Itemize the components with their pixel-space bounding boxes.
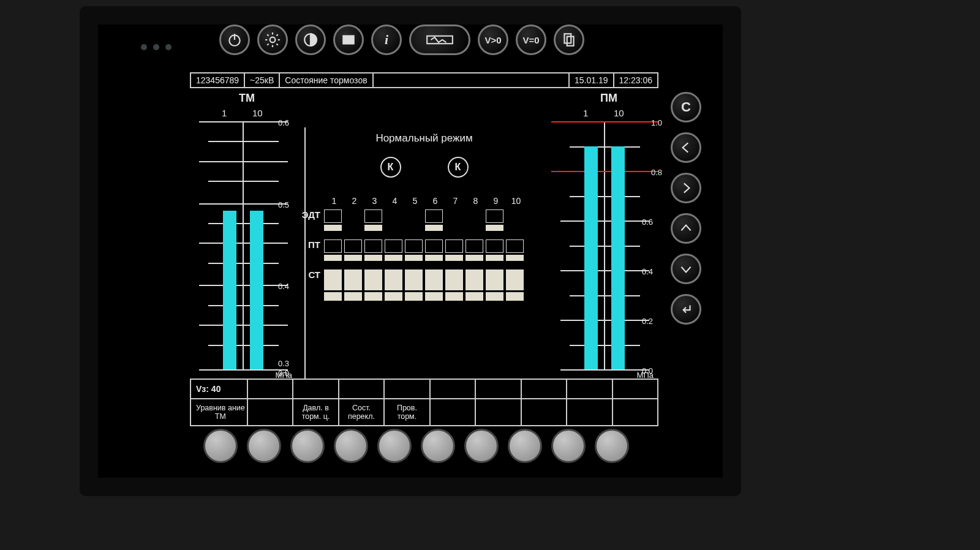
vz-readout: Vз: 40 <box>191 380 248 398</box>
mode-label: Нормальный режим <box>300 132 549 145</box>
gauge-tm-col10: 10 <box>252 108 263 118</box>
bar-tm-1 <box>223 211 236 369</box>
softkey-label-8 <box>522 399 567 425</box>
header-spacer <box>374 73 570 87</box>
tick-label: 0.2 <box>642 317 653 326</box>
soft-button-5[interactable] <box>377 429 412 463</box>
row-st: СТ <box>300 269 549 301</box>
soft-button-2[interactable] <box>247 429 281 463</box>
gauge-tm-unit: МПа <box>276 371 292 380</box>
softkey-label-3: Давл. в торм. ц. <box>293 399 339 425</box>
svg-point-2 <box>270 37 276 43</box>
gauge-pm: ПМ 1 10 1.0 0.8 0.6 0.4 0.2 0.0 МПа <box>551 91 658 379</box>
date: 15.01.19 <box>570 73 614 87</box>
tick-label: 1.0 <box>651 118 662 127</box>
softkey-label-9 <box>567 399 612 425</box>
gauge-tm-title: ТМ <box>239 92 255 105</box>
soft-button-7[interactable] <box>464 429 499 463</box>
k-indicator-2: К <box>448 157 469 178</box>
gauge-pm-col1: 1 <box>583 108 588 118</box>
copy-icon[interactable] <box>554 24 584 55</box>
tick-label: 0.8 <box>651 168 662 177</box>
enter-icon[interactable] <box>671 294 701 325</box>
gauge-tm-col1: 1 <box>222 108 227 118</box>
svg-rect-15 <box>567 37 574 46</box>
power-icon[interactable] <box>219 24 250 55</box>
soft-button-6[interactable] <box>421 429 455 463</box>
bar-tm-10 <box>250 211 263 369</box>
train-id: 123456789 <box>191 73 245 87</box>
bar-pm-1 <box>584 146 598 370</box>
up-arrow-icon[interactable] <box>671 213 701 244</box>
softkey-label-6 <box>431 399 476 425</box>
soft-button-8[interactable] <box>508 429 542 463</box>
right-arrow-icon[interactable] <box>671 173 701 203</box>
softkey-label-2 <box>248 399 293 425</box>
soft-button-9[interactable] <box>551 429 586 463</box>
softkey-label-4: Сост. перекл. <box>339 399 385 425</box>
tick-label: 0.3 <box>278 359 289 368</box>
v-eq-zero-icon[interactable]: V=0 <box>516 24 546 55</box>
top-button-bar: i V>0 V=0 <box>219 24 584 55</box>
screen-icon[interactable] <box>333 24 364 55</box>
tick-label: 0.5 <box>278 200 289 209</box>
right-button-bar: C <box>671 92 701 325</box>
line-voltage: ~25кВ <box>245 73 280 87</box>
indicator-dots <box>141 44 172 50</box>
tick-label: 0.6 <box>642 217 653 227</box>
bottom-button-bar <box>203 429 629 463</box>
bar-pm-10 <box>611 146 625 370</box>
row-label-st: СТ <box>300 269 324 280</box>
tick-label: 0.6 <box>278 118 289 127</box>
status-bar: 123456789 ~25кВ Состояние тормозов 15.01… <box>190 72 658 88</box>
svg-line-8 <box>277 44 278 45</box>
left-arrow-icon[interactable] <box>671 132 701 163</box>
car-number-row: 12345678910 <box>324 196 549 206</box>
tick-label: 0.4 <box>642 267 653 276</box>
svg-rect-12 <box>343 36 353 44</box>
softkey-label-7 <box>476 399 521 425</box>
svg-line-10 <box>277 34 278 36</box>
row-label-edt: ЭДТ <box>300 209 324 220</box>
row-label-pt: ПТ <box>300 239 324 250</box>
soft-button-1[interactable] <box>203 429 238 463</box>
gauge-pm-col10: 10 <box>614 108 624 118</box>
svg-line-7 <box>267 34 268 36</box>
tick-label: 0.4 <box>278 282 289 291</box>
k-indicator-1: К <box>380 157 401 178</box>
info-icon[interactable]: i <box>371 24 402 55</box>
softkey-label-5: Пров. торм. <box>385 399 430 425</box>
row-pt: ПТ <box>300 239 549 261</box>
time: 12:23:06 <box>614 73 658 87</box>
soft-button-3[interactable] <box>290 429 325 463</box>
softkey-label-1: Уравнив ание ТМ <box>191 399 248 425</box>
graph-icon[interactable] <box>409 24 470 55</box>
svg-line-9 <box>267 44 268 45</box>
brightness-icon[interactable] <box>257 24 288 55</box>
gauge-tm: ТМ 1 10 0.6 0.5 0.4 0.30.0 М <box>190 91 297 379</box>
softkey-label-area: Vз: 40 Уравнив ание ТМ Давл. в торм. ц. … <box>190 379 658 426</box>
gauge-pm-title: ПМ <box>600 92 617 105</box>
v-gt-zero-icon[interactable]: V>0 <box>478 24 508 55</box>
row-edt: ЭДТ <box>300 209 549 231</box>
down-arrow-icon[interactable] <box>671 254 701 284</box>
contrast-icon[interactable] <box>295 24 326 55</box>
brake-status-panel: Нормальный режим К К 12345678910 ЭДТ <box>297 91 551 379</box>
gauge-pm-unit: МПа <box>637 371 654 380</box>
softkey-label-10 <box>613 399 657 425</box>
display-screen: 123456789 ~25кВ Состояние тормозов 15.01… <box>190 72 658 421</box>
soft-button-10[interactable] <box>595 429 629 463</box>
soft-button-4[interactable] <box>334 429 368 463</box>
c-button[interactable]: C <box>671 92 701 122</box>
svg-rect-14 <box>564 34 571 43</box>
page-title: Состояние тормозов <box>280 73 373 87</box>
